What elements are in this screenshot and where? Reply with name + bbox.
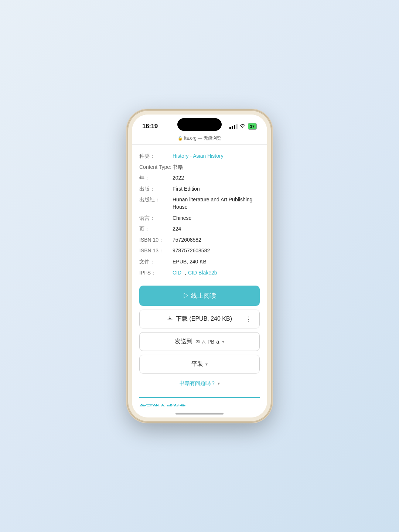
year-label: 年： <box>139 174 173 181</box>
ipfs-row: IPFS： CID ，CID Blake2b <box>139 267 260 279</box>
status-time: 16:19 <box>142 123 158 130</box>
edition-label: 平装 <box>191 360 203 368</box>
edition-value: First Edition <box>173 185 260 193</box>
browser-url: 🔒 ita.org — 无痕浏览 <box>178 135 221 141</box>
url-text: ita.org — 无痕浏览 <box>184 135 221 141</box>
language-label: 语言： <box>139 215 173 222</box>
signal-bar-2 <box>232 126 233 129</box>
isbn13-row: ISBN 13： 9787572608582 <box>139 245 260 256</box>
battery-icon: 37 <box>248 123 257 130</box>
dynamic-island <box>177 118 222 131</box>
recommendations-section: 您可能会感兴趣 余华作品全集 套装共13册 时光去 <box>139 397 260 406</box>
cid-blake2b-link[interactable]: CID Blake2b <box>188 270 217 276</box>
issue-dropdown-icon: ▾ <box>218 381 220 386</box>
lock-icon: 🔒 <box>178 136 183 141</box>
file-label: 文件： <box>139 258 173 265</box>
publisher-row: 出版社： Hunan literature and Art Publishing… <box>139 194 260 212</box>
file-value: EPUB, 240 KB <box>173 258 260 266</box>
pages-value: 224 <box>173 225 260 233</box>
recommendations-title: 您可能会感兴趣 <box>139 403 260 406</box>
download-label: 下载 (EPUB, 240 KB) <box>176 315 232 323</box>
publisher-label: 出版社： <box>139 196 173 203</box>
action-buttons: ▷ 线上阅读 下载 (EPUB, 240 KB) ⋮ <box>139 286 260 390</box>
send-dropdown-icon: ▾ <box>222 339 224 344</box>
pages-label: 页： <box>139 225 173 232</box>
language-value: Chinese <box>173 215 260 222</box>
edition-row: 出版： First Edition <box>139 184 260 195</box>
pb-badge: PB <box>208 339 215 345</box>
publisher-value: Hunan literature and Art Publishing Hous… <box>173 196 260 211</box>
isbn13-value: 9787572608582 <box>173 247 260 255</box>
isbn13-label: ISBN 13： <box>139 247 173 254</box>
signal-bar-1 <box>229 127 231 129</box>
isbn10-row: ISBN 10： 7572608582 <box>139 235 260 246</box>
content-type-row: Content Type: 书籍 <box>139 162 260 173</box>
status-icons: 37 <box>229 123 257 130</box>
content-type-value: 书籍 <box>173 164 260 171</box>
isbn10-value: 7572608582 <box>173 236 260 244</box>
category-value[interactable]: History - Asian History <box>173 153 260 160</box>
edition-dropdown-icon: ▾ <box>205 362 208 367</box>
signal-bar-4 <box>236 124 238 129</box>
report-issue-link[interactable]: 书籍有问题吗？ ▾ <box>139 377 260 390</box>
home-bar <box>175 413 224 415</box>
language-row: 语言： Chinese <box>139 213 260 224</box>
download-more-button[interactable]: ⋮ <box>242 314 255 325</box>
phone-screen: 16:19 37 <box>132 115 267 417</box>
read-online-button[interactable]: ▷ 线上阅读 <box>139 286 260 306</box>
amazon-badge: a <box>216 339 219 345</box>
cloud-icon: △ <box>202 339 206 345</box>
ipfs-label: IPFS： <box>139 269 173 276</box>
edition-button[interactable]: 平装 ▾ <box>139 355 260 374</box>
phone-frame: 16:19 37 <box>127 110 272 422</box>
issue-label: 书籍有问题吗？ <box>180 380 216 387</box>
category-label: 种类： <box>139 153 173 160</box>
download-container: 下载 (EPUB, 240 KB) ⋮ <box>139 310 260 328</box>
metadata-table: 种类： History - Asian History Content Type… <box>139 151 260 278</box>
home-indicator <box>132 406 267 417</box>
send-to-button[interactable]: 发送到 ✉ △ PB a ▾ <box>139 332 260 351</box>
pages-row: 页： 224 <box>139 224 260 235</box>
category-row: 种类： History - Asian History <box>139 151 260 162</box>
cid-separator: ， <box>181 270 188 276</box>
send-options: ✉ △ PB a <box>195 339 219 345</box>
signal-bars-icon <box>229 124 238 129</box>
wifi-icon <box>240 124 246 129</box>
signal-bar-3 <box>234 125 235 129</box>
content-area[interactable]: 种类： History - Asian History Content Type… <box>132 145 267 406</box>
year-row: 年： 2022 <box>139 173 260 184</box>
email-icon: ✉ <box>195 339 200 345</box>
download-icon <box>167 316 173 323</box>
ipfs-value: CID ，CID Blake2b <box>173 269 260 277</box>
content-type-label: Content Type: <box>139 164 173 170</box>
send-to-label: 发送到 <box>175 338 192 345</box>
status-bar: 16:19 37 <box>132 115 267 133</box>
isbn10-label: ISBN 10： <box>139 236 173 243</box>
year-value: 2022 <box>173 174 260 182</box>
cid-link[interactable]: CID <box>173 270 181 276</box>
file-row: 文件： EPUB, 240 KB <box>139 256 260 267</box>
edition-label: 出版： <box>139 185 173 192</box>
browser-bar: 🔒 ita.org — 无痕浏览 <box>132 133 267 145</box>
